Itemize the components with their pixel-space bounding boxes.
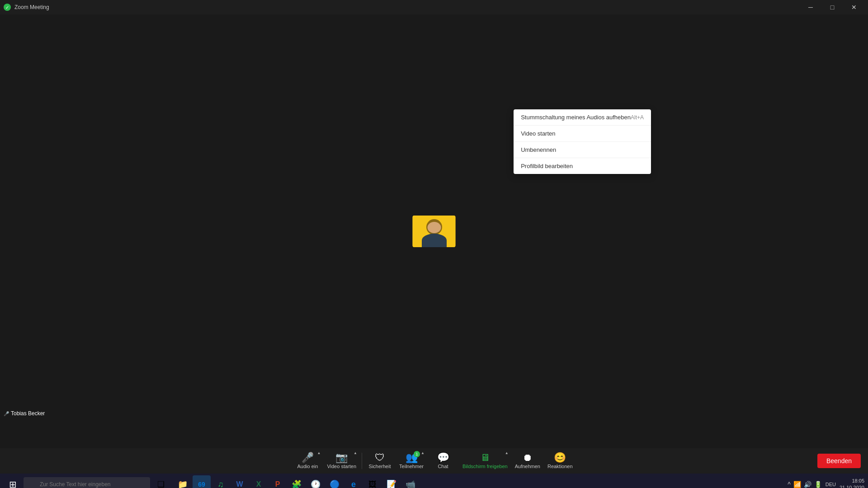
screenshare-label: Bildschirm freigeben bbox=[462, 464, 508, 469]
context-menu-edit-profile[interactable]: Profilbild bearbeiten bbox=[514, 158, 651, 174]
reactions-label: Reaktionen bbox=[547, 464, 573, 469]
reactions-button[interactable]: 😊 Reaktionen bbox=[544, 448, 576, 474]
taskbar-app-excel[interactable]: X bbox=[250, 475, 268, 488]
avatar-face bbox=[427, 222, 441, 233]
title-bar: ✓ Zoom Meeting ─ □ ✕ bbox=[0, 0, 868, 14]
security-toolbar-icon: 🛡 bbox=[375, 453, 385, 463]
title-bar-left: ✓ Zoom Meeting bbox=[4, 4, 49, 11]
taskbar-clock[interactable]: 18:05 21.10.2020 bbox=[840, 478, 864, 488]
taskbar-app-store[interactable]: 69 bbox=[193, 475, 211, 488]
battery-icon[interactable]: 🔋 bbox=[814, 481, 822, 488]
context-menu: Stummschaltung meines Audios aufheben Al… bbox=[514, 109, 651, 174]
taskbar-app-file-explorer[interactable]: 📁 bbox=[174, 475, 192, 488]
taskbar-app-clock[interactable]: 🕐 bbox=[307, 475, 325, 488]
audio-button[interactable]: ▲ 🎤 Audio ein bbox=[292, 448, 323, 474]
expand-button-area bbox=[847, 0, 868, 14]
video-chevron[interactable]: ▲ bbox=[354, 451, 357, 455]
video-icon: 📷 bbox=[335, 453, 348, 463]
end-meeting-button[interactable]: Beenden bbox=[817, 454, 861, 468]
network-icon[interactable]: 📶 bbox=[793, 481, 801, 488]
taskbar-app-spotify[interactable]: ♫ bbox=[212, 475, 230, 488]
tray-arrow-icon[interactable]: ^ bbox=[788, 481, 791, 488]
taskbar-app-photos[interactable]: 🖼 bbox=[363, 475, 382, 488]
video-label: Video starten bbox=[327, 464, 356, 469]
windows-logo-icon: ⊞ bbox=[9, 479, 17, 488]
screenshare-chevron[interactable]: ▲ bbox=[505, 451, 509, 455]
participants-button[interactable]: ▲ 1 👥 Teilnehmer bbox=[396, 448, 427, 474]
mic-muted-icon: 🎤 bbox=[4, 411, 9, 416]
taskbar-app-sticky[interactable]: 📝 bbox=[382, 475, 401, 488]
task-view-button[interactable]: ❑ bbox=[152, 475, 170, 488]
start-button[interactable]: ⊞ bbox=[4, 475, 22, 488]
participant-name-label: 🎤 Tobias Becker bbox=[4, 410, 45, 417]
system-tray-icons: ^ 📶 🔊 🔋 bbox=[788, 481, 822, 488]
taskbar-apps: 📁 69 ♫ W X P 🧩 🕐 🔵 e 🖼 📝 📹 bbox=[174, 475, 420, 488]
taskbar-app-6[interactable]: 🧩 bbox=[288, 475, 306, 488]
audio-icon: 🎤 bbox=[302, 453, 314, 463]
context-menu-unmute[interactable]: Stummschaltung meines Audios aufheben Al… bbox=[514, 109, 651, 126]
taskbar-app-powerpoint[interactable]: P bbox=[269, 475, 287, 488]
screenshare-icon: 🖥 bbox=[480, 453, 490, 463]
task-view-icon: ❑ bbox=[157, 479, 165, 488]
video-button[interactable]: ▲ 📷 Video starten bbox=[323, 448, 360, 474]
participants-badge: 1 bbox=[414, 451, 420, 457]
participants-label: Teilnehmer bbox=[399, 464, 424, 469]
taskbar-search-input[interactable] bbox=[24, 477, 150, 488]
taskbar-search-wrapper: 🔍 bbox=[24, 477, 150, 488]
window-title: Zoom Meeting bbox=[14, 4, 49, 10]
avatar-body bbox=[422, 234, 447, 247]
chat-button[interactable]: 💬 Chat bbox=[427, 448, 459, 474]
chat-label: Chat bbox=[438, 464, 448, 469]
record-icon: ⏺ bbox=[523, 453, 533, 463]
taskbar-app-edge[interactable]: e bbox=[344, 475, 363, 488]
separator-1 bbox=[362, 453, 362, 469]
system-tray: ^ 📶 🔊 🔋 DEU 18:05 21.10.2020 bbox=[788, 478, 864, 488]
meeting-main-area: 🎤 Tobias Becker Stummschaltung meines Au… bbox=[0, 14, 868, 448]
context-menu-rename[interactable]: Umbenennen bbox=[514, 142, 651, 158]
context-menu-start-video[interactable]: Video starten bbox=[514, 126, 651, 142]
record-label: Aufnehmen bbox=[515, 464, 540, 469]
screenshare-button[interactable]: ▲ 🖥 Bildschirm freigeben bbox=[459, 448, 511, 474]
chat-icon: 💬 bbox=[437, 453, 449, 463]
participant-avatar bbox=[413, 216, 456, 247]
security-icon: ✓ bbox=[4, 4, 11, 11]
record-button[interactable]: ⏺ Aufnehmen bbox=[511, 448, 544, 474]
security-label: Sicherheit bbox=[369, 464, 391, 469]
taskbar-app-word[interactable]: W bbox=[231, 475, 249, 488]
participants-chevron[interactable]: ▲ bbox=[421, 451, 425, 455]
taskbar-app-chrome[interactable]: 🔵 bbox=[326, 475, 344, 488]
participant-video-tile bbox=[413, 216, 456, 247]
audio-chevron[interactable]: ▲ bbox=[317, 451, 321, 455]
maximize-button[interactable]: □ bbox=[822, 0, 843, 14]
volume-icon[interactable]: 🔊 bbox=[804, 481, 811, 488]
security-button[interactable]: 🛡 Sicherheit bbox=[364, 448, 396, 474]
audio-label: Audio ein bbox=[297, 464, 318, 469]
reactions-icon: 😊 bbox=[554, 453, 566, 463]
zoom-toolbar: ▲ 🎤 Audio ein ▲ 📷 Video starten 🛡 Sicher… bbox=[0, 448, 868, 474]
taskbar-app-zoom[interactable]: 📹 bbox=[401, 475, 420, 488]
windows-taskbar: ⊞ 🔍 ❑ 📁 69 ♫ W X P 🧩 🕐 🔵 e 🖼 📝 📹 ^ 📶 🔊 🔋… bbox=[0, 474, 868, 488]
language-indicator: DEU bbox=[826, 482, 836, 487]
minimize-button[interactable]: ─ bbox=[800, 0, 821, 14]
